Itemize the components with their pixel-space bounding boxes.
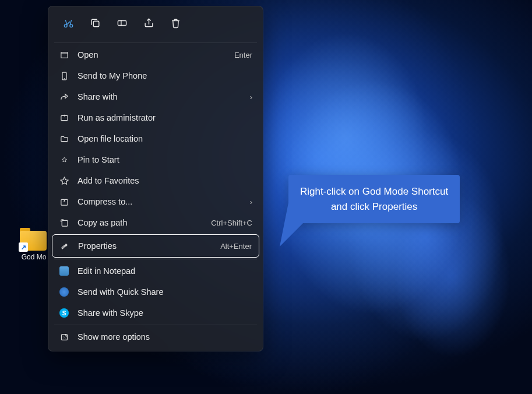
menu-label: Send with Quick Share [77, 287, 252, 297]
delete-icon [170, 17, 181, 31]
menu-label: Share with Skype [77, 308, 252, 318]
menu-shortcut: Alt+Enter [220, 242, 252, 251]
copy-icon [90, 17, 101, 31]
menu-label: Share with [77, 92, 242, 101]
shield-icon [59, 112, 69, 123]
svg-point-1 [69, 24, 72, 27]
svg-rect-8 [62, 220, 68, 226]
share-button[interactable] [137, 12, 160, 36]
menu-divider [54, 43, 257, 43]
callout-line2: and click Properties [300, 199, 448, 214]
cut-icon [63, 17, 74, 31]
menu-item-pin-start[interactable]: Pin to Start [52, 149, 259, 170]
menu-label: Edit in Notepad [77, 266, 252, 276]
svg-rect-2 [93, 21, 99, 27]
menu-item-add-favorites[interactable]: Add to Favorites [52, 170, 259, 191]
rename-icon [117, 17, 128, 31]
menu-shortcut: Ctrl+Shift+C [211, 219, 252, 227]
path-icon [59, 217, 69, 228]
folder-open-icon [59, 133, 69, 144]
shortcut-arrow-icon: ↗ [19, 242, 28, 252]
folder-icon: ↗ [20, 227, 48, 251]
menu-item-share-with[interactable]: Share with › [52, 86, 259, 107]
menu-item-run-admin[interactable]: Run as administrator [52, 107, 259, 128]
cut-button[interactable] [57, 12, 80, 36]
menu-item-skype[interactable]: S Share with Skype [52, 302, 259, 323]
menu-item-properties[interactable]: Properties Alt+Enter [52, 234, 259, 258]
share-icon [143, 17, 154, 31]
rename-button[interactable] [110, 12, 133, 36]
chevron-right-icon: › [250, 93, 252, 101]
menu-item-send-phone[interactable]: Send to My Phone [52, 65, 259, 86]
menu-label: Add to Favorites [77, 176, 252, 185]
svg-rect-4 [61, 52, 67, 58]
menu-label: Compress to... [77, 197, 242, 206]
desktop-icon-label: God Mo [17, 253, 50, 261]
menu-item-copy-path[interactable]: Copy as path Ctrl+Shift+C [52, 212, 259, 233]
star-icon [59, 175, 69, 186]
menu-item-compress[interactable]: Compress to... › [52, 191, 259, 212]
menu-label: Properties [78, 241, 212, 251]
menu-shortcut: Enter [234, 51, 252, 59]
menu-label: Pin to Start [77, 155, 252, 164]
notepad-icon [59, 266, 69, 276]
share-arrow-icon [59, 92, 69, 102]
menu-item-quick-share[interactable]: Send with Quick Share [52, 282, 259, 302]
menu-item-more-options[interactable]: Show more options [52, 326, 259, 347]
instruction-callout: Right-click on God Mode Shortcut and cli… [288, 175, 460, 223]
more-icon [59, 332, 69, 342]
delete-button[interactable] [164, 12, 187, 36]
open-icon [59, 50, 69, 60]
menu-divider [54, 259, 257, 259]
menu-label: Send to My Phone [77, 71, 252, 80]
menu-label: Show more options [77, 332, 252, 342]
quickshare-icon [59, 287, 69, 297]
menu-item-edit-notepad[interactable]: Edit in Notepad [52, 261, 259, 282]
menu-label: Open file location [77, 134, 252, 143]
menu-item-open[interactable]: Open Enter [52, 44, 259, 65]
desktop-shortcut-godmode[interactable]: ↗ God Mo [17, 227, 50, 261]
svg-point-0 [64, 24, 67, 27]
menu-item-open-location[interactable]: Open file location [52, 128, 259, 149]
menu-label: Open [77, 50, 226, 59]
phone-icon [59, 71, 69, 81]
menu-divider [54, 325, 257, 325]
context-menu: Open Enter Send to My Phone Share with ›… [48, 6, 263, 351]
chevron-right-icon: › [250, 198, 252, 206]
copy-button[interactable] [83, 12, 107, 36]
svg-rect-3 [118, 20, 126, 25]
wrench-icon [59, 241, 70, 251]
callout-line1: Right-click on God Mode Shortcut [300, 184, 448, 199]
context-menu-toolbar [52, 10, 259, 41]
skype-icon: S [59, 308, 69, 318]
pin-icon [59, 154, 69, 165]
menu-label: Run as administrator [77, 113, 252, 122]
menu-label: Copy as path [77, 218, 203, 227]
archive-icon [59, 196, 69, 207]
